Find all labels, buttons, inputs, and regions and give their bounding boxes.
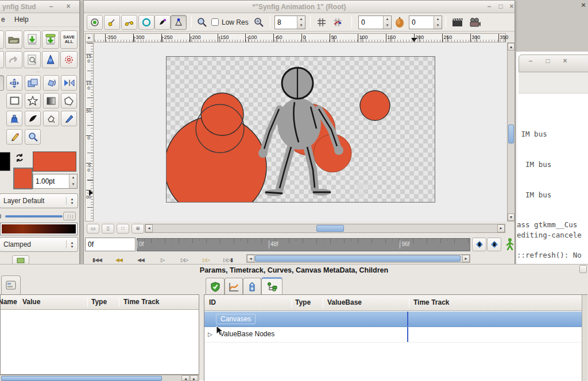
preview-button[interactable] bbox=[467, 15, 482, 29]
time-scrollbar[interactable]: ◂ ▸ bbox=[246, 254, 470, 263]
toggle-width-handles-button[interactable] bbox=[154, 15, 171, 30]
past-onion-spinbox[interactable]: ▴▾ bbox=[358, 15, 392, 29]
params-table-header[interactable]: Name Value Type Time Track bbox=[1, 295, 199, 310]
swap-colors-icon[interactable] bbox=[15, 153, 24, 165]
hscroll-thumb[interactable] bbox=[316, 225, 344, 232]
show-grid-button[interactable] bbox=[315, 15, 328, 29]
toolbox-close-button[interactable]: × bbox=[64, 1, 73, 13]
col-id[interactable]: ID bbox=[209, 298, 216, 306]
tab-params[interactable] bbox=[1, 275, 21, 294]
toggle-keyframe-bar-button[interactable]: ▯ bbox=[102, 224, 114, 234]
time-scroll-right-button[interactable]: ▸ bbox=[462, 255, 470, 262]
gradient-swatch[interactable] bbox=[1, 223, 77, 235]
toolbox-minimize-button[interactable]: – bbox=[47, 1, 56, 13]
about-button[interactable] bbox=[60, 51, 78, 68]
zoom-fit-button[interactable] bbox=[195, 15, 210, 30]
menu-help[interactable]: Help bbox=[14, 15, 29, 24]
params-scroll-right-button[interactable]: ▸ bbox=[190, 375, 198, 381]
snap-grid-button[interactable] bbox=[331, 15, 345, 29]
artboard[interactable] bbox=[166, 56, 435, 203]
tool-zoom-button[interactable] bbox=[25, 129, 41, 145]
current-time-field[interactable] bbox=[85, 238, 136, 251]
tab-timetrack[interactable] bbox=[243, 278, 261, 295]
quality-spinbox[interactable]: ▴▾ bbox=[274, 15, 305, 29]
tool-smooth-move-button[interactable] bbox=[6, 75, 22, 91]
outline-color-swatch[interactable] bbox=[0, 152, 10, 171]
params-hscrollbar[interactable]: ◂ ▸ bbox=[0, 375, 199, 381]
children-table-header[interactable]: ID Type ValueBase Time Track bbox=[204, 295, 587, 311]
render-options-button[interactable]: ∷ bbox=[117, 224, 129, 234]
line-width-spinbox[interactable]: ▴▾ bbox=[33, 174, 78, 189]
background-close-icon[interactable]: × bbox=[579, 1, 588, 10]
panel-corner-button[interactable] bbox=[579, 265, 587, 273]
fill-color-swatch[interactable] bbox=[13, 168, 33, 189]
time-scroll-left-button[interactable]: ◂ bbox=[247, 255, 254, 262]
tool-width-button[interactable] bbox=[25, 111, 41, 126]
scroll-left-button[interactable]: ◂ bbox=[145, 224, 153, 232]
future-onion-input[interactable] bbox=[409, 16, 434, 29]
toolbar-grip-dots[interactable]: ⋯ bbox=[28, 69, 49, 75]
past-keyframe-lock-button[interactable] bbox=[472, 238, 486, 251]
table-row[interactable]: ▷ValueBase Nodes bbox=[204, 327, 587, 343]
terminal-minimize-button[interactable]: – bbox=[526, 55, 535, 68]
tool-gradient-button[interactable] bbox=[43, 93, 59, 108]
col-timetrack[interactable]: Time Track bbox=[413, 298, 449, 306]
tool-polygon-button[interactable] bbox=[61, 93, 77, 108]
ruler-corner-button[interactable]: ▸ bbox=[85, 33, 94, 42]
tool-rectangle-button[interactable] bbox=[6, 93, 22, 108]
menu-file[interactable]: e bbox=[1, 15, 5, 24]
revert-button[interactable] bbox=[24, 51, 41, 68]
canvas-hscrollbar[interactable]: ◂ ▸ bbox=[145, 224, 505, 233]
terminal-close-button[interactable]: × bbox=[560, 55, 570, 68]
canvas-titlebar[interactable]: *"Synfig Animation 1" (Root) – □ × bbox=[84, 1, 514, 13]
table-row[interactable]: Canvases bbox=[204, 312, 587, 327]
time-scroll-thumb[interactable] bbox=[255, 255, 461, 262]
expander-icon[interactable]: ▷ bbox=[208, 331, 212, 337]
slider-handle[interactable] bbox=[63, 212, 76, 220]
canvas-vscrollbar[interactable]: ▴ ▾ bbox=[507, 42, 515, 221]
line-width-stepper[interactable]: ▴▾ bbox=[69, 174, 77, 188]
tool-duplicate-button[interactable] bbox=[25, 75, 41, 91]
maximize-button[interactable]: □ bbox=[496, 1, 505, 13]
animate-mode-button[interactable] bbox=[505, 238, 515, 254]
opacity-slider[interactable]: 0 bbox=[0, 212, 78, 221]
horizontal-ruler[interactable]: -350-300-250-200-150-100-500501001502002… bbox=[94, 33, 506, 42]
col-type[interactable]: Type bbox=[91, 298, 107, 306]
scroll-up-button[interactable]: ▴ bbox=[508, 43, 514, 50]
tab-keyframes[interactable] bbox=[206, 278, 225, 295]
refresh-view-button[interactable]: ⊕ bbox=[131, 224, 144, 234]
terminal-titlebar[interactable]: – □ × bbox=[519, 55, 588, 72]
default-layer-dropdown[interactable]: Layer Default ▴▾ bbox=[0, 193, 78, 208]
params-scroll-left-button[interactable]: ◂ bbox=[181, 375, 189, 381]
save-as-button[interactable] bbox=[42, 30, 59, 49]
redo-button[interactable] bbox=[5, 51, 22, 68]
new-file-button[interactable] bbox=[0, 30, 4, 49]
tab-curves[interactable] bbox=[225, 278, 243, 295]
low-res-checkbox[interactable] bbox=[211, 18, 219, 26]
undo-button[interactable] bbox=[0, 51, 4, 68]
tool-fill-button[interactable] bbox=[43, 111, 59, 126]
quality-stepper[interactable]: ▴▾ bbox=[297, 16, 305, 29]
open-file-button[interactable] bbox=[5, 30, 22, 49]
col-value[interactable]: Value bbox=[22, 298, 40, 306]
toggle-vertex-handles-button[interactable] bbox=[104, 15, 120, 30]
timebar[interactable]: 0f48f96f bbox=[137, 238, 470, 251]
tool-draw-button[interactable] bbox=[6, 129, 22, 145]
canvas-viewport[interactable] bbox=[94, 42, 507, 221]
vertical-ruler[interactable]: 150100500-50-100 bbox=[85, 42, 94, 221]
toggle-tangent-handles-button[interactable] bbox=[121, 15, 137, 30]
col-type[interactable]: Type bbox=[295, 298, 311, 306]
scroll-down-button[interactable]: ▾ bbox=[508, 213, 514, 221]
toggle-timebar-button[interactable]: ▭ bbox=[87, 224, 99, 234]
save-button[interactable] bbox=[24, 30, 41, 49]
quality-input[interactable] bbox=[275, 16, 297, 29]
slider-track[interactable] bbox=[5, 215, 63, 217]
setup-button[interactable] bbox=[42, 51, 59, 68]
future-onion-spinbox[interactable]: ▴▾ bbox=[409, 15, 442, 29]
tool-bline-button[interactable] bbox=[6, 111, 22, 126]
tool-sketch-button[interactable] bbox=[61, 111, 77, 126]
toggle-radius-handles-button[interactable] bbox=[138, 15, 154, 30]
toggle-position-handles-button[interactable] bbox=[87, 15, 103, 30]
past-onion-stepper[interactable]: ▴▾ bbox=[383, 16, 391, 29]
children-vscrollbar[interactable] bbox=[582, 295, 587, 381]
